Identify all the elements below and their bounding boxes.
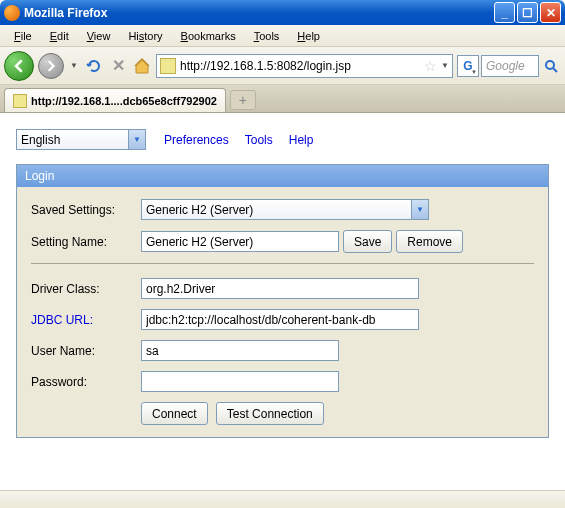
search-engine-button[interactable]: G ▼: [457, 55, 479, 77]
home-icon: [133, 57, 151, 75]
search-input[interactable]: Google: [481, 55, 539, 77]
url-bar[interactable]: http://192.168.1.5:8082/login.jsp ☆ ▼: [156, 54, 453, 78]
setting-name-input[interactable]: [141, 231, 339, 252]
stop-button: ✕: [108, 56, 128, 76]
jdbc-url-label[interactable]: JDBC URL:: [31, 313, 141, 327]
search-go-button[interactable]: [541, 56, 561, 76]
login-panel: Login Saved Settings: Generic H2 (Server…: [16, 164, 549, 438]
menu-help[interactable]: Help: [289, 28, 328, 44]
window-maximize-button[interactable]: ☐: [517, 2, 538, 23]
tab-active[interactable]: http://192.168.1....dcb65e8cff792902: [4, 88, 226, 112]
svg-point-0: [546, 61, 554, 69]
reload-icon: [86, 58, 102, 74]
test-connection-button[interactable]: Test Connection: [216, 402, 324, 425]
url-text[interactable]: http://192.168.1.5:8082/login.jsp: [180, 59, 420, 73]
menu-tools[interactable]: Tools: [246, 28, 288, 44]
tab-favicon: [13, 94, 27, 108]
password-label: Password:: [31, 375, 141, 389]
password-input[interactable]: [141, 371, 339, 392]
new-tab-button[interactable]: +: [230, 90, 256, 110]
forward-button[interactable]: [38, 53, 64, 79]
magnifier-icon: [544, 59, 558, 73]
remove-button[interactable]: Remove: [396, 230, 463, 253]
user-name-label: User Name:: [31, 344, 141, 358]
back-button[interactable]: [4, 51, 34, 81]
saved-settings-label: Saved Settings:: [31, 203, 141, 217]
tab-bar: http://192.168.1....dcb65e8cff792902 +: [0, 85, 565, 113]
chevron-down-icon: ▼: [471, 69, 477, 75]
setting-name-label: Setting Name:: [31, 235, 141, 249]
reload-button[interactable]: [84, 56, 104, 76]
menu-history[interactable]: History: [120, 28, 170, 44]
home-button[interactable]: [132, 56, 152, 76]
chevron-down-icon: ▼: [411, 200, 428, 219]
menu-file[interactable]: File: [6, 28, 40, 44]
saved-settings-select[interactable]: Generic H2 (Server) ▼: [141, 199, 429, 220]
url-dropdown-icon[interactable]: ▼: [441, 61, 449, 70]
arrow-left-icon: [12, 59, 26, 73]
menu-bookmarks[interactable]: Bookmarks: [173, 28, 244, 44]
navigation-toolbar: ▼ ✕ http://192.168.1.5:8082/login.jsp ☆ …: [0, 47, 565, 85]
divider: [31, 263, 534, 264]
arrow-right-icon: [45, 60, 57, 72]
panel-title: Login: [17, 165, 548, 187]
window-close-button[interactable]: ✕: [540, 2, 561, 23]
page-favicon: [160, 58, 176, 74]
window-titlebar: Mozilla Firefox _ ☐ ✕: [0, 0, 565, 25]
help-link[interactable]: Help: [289, 133, 314, 147]
window-title: Mozilla Firefox: [24, 6, 494, 20]
language-value: English: [21, 133, 60, 147]
tools-link[interactable]: Tools: [245, 133, 273, 147]
language-select[interactable]: English ▼: [16, 129, 146, 150]
driver-class-label: Driver Class:: [31, 282, 141, 296]
tab-title: http://192.168.1....dcb65e8cff792902: [31, 95, 217, 107]
bookmark-star-icon[interactable]: ☆: [424, 58, 437, 74]
jdbc-url-input[interactable]: [141, 309, 419, 330]
user-name-input[interactable]: [141, 340, 339, 361]
status-bar: [0, 490, 565, 508]
page-content: English ▼ Preferences Tools Help Login S…: [0, 113, 565, 490]
svg-line-1: [553, 68, 557, 72]
chevron-down-icon: ▼: [128, 130, 145, 149]
saved-settings-value: Generic H2 (Server): [146, 203, 253, 217]
connect-button[interactable]: Connect: [141, 402, 208, 425]
menu-bar: File Edit View History Bookmarks Tools H…: [0, 25, 565, 47]
driver-class-input[interactable]: [141, 278, 419, 299]
menu-view[interactable]: View: [79, 28, 119, 44]
preferences-link[interactable]: Preferences: [164, 133, 229, 147]
window-minimize-button[interactable]: _: [494, 2, 515, 23]
menu-edit[interactable]: Edit: [42, 28, 77, 44]
nav-history-dropdown[interactable]: ▼: [68, 51, 80, 81]
firefox-icon: [4, 5, 20, 21]
save-button[interactable]: Save: [343, 230, 392, 253]
